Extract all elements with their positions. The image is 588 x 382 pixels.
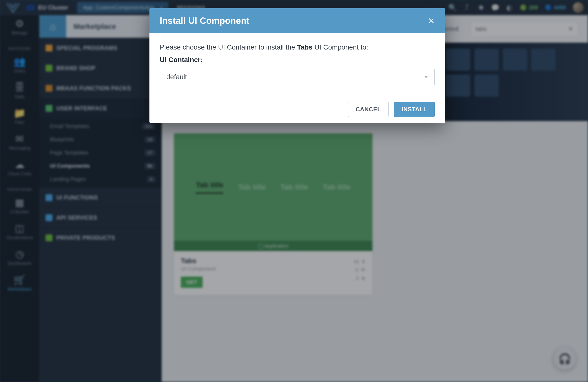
prompt-post: UI Component to:	[313, 44, 368, 51]
container-label: UI Container:	[160, 56, 435, 64]
close-button[interactable]: ✕	[428, 17, 435, 25]
container-select[interactable]: default	[160, 69, 435, 85]
install-modal: Install UI Component ✕ Please choose the…	[149, 8, 445, 123]
prompt-pre: Please choose the UI Container to instal…	[160, 44, 297, 51]
cancel-button[interactable]: CANCEL	[348, 102, 389, 117]
install-button[interactable]: INSTALL	[394, 102, 435, 117]
select-value: default	[166, 73, 187, 81]
modal-prompt: Please choose the UI Container to instal…	[160, 42, 435, 52]
modal-footer: CANCEL INSTALL	[149, 96, 445, 123]
chevron-down-icon	[424, 76, 428, 78]
prompt-bold: Tabs	[297, 44, 312, 51]
modal-header: Install UI Component ✕	[149, 8, 445, 33]
modal-title: Install UI Component	[160, 16, 250, 26]
modal-body: Please choose the UI Container to instal…	[149, 33, 445, 96]
